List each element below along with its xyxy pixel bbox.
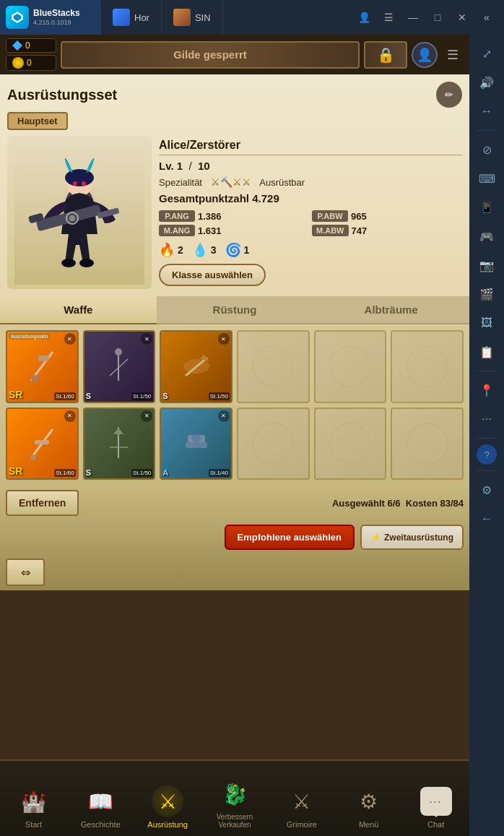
weapon-slot-7[interactable]: ✕ SR St.1/60 [6,408,79,481]
edit-button[interactable]: ✏ [436,82,462,108]
svg-point-12 [69,215,75,221]
weapon-icon-1 [18,342,67,392]
bs-text: BlueStacks 4.215.0.1019 [33,8,80,26]
recommend-button[interactable]: Empfohlene auswählen [225,525,355,550]
keyboard-icon[interactable]: ⌨ [474,165,500,191]
fire-icon: 🔥 [159,242,175,258]
weapon-slot-8[interactable]: ✕ S St.1/50 [83,408,156,481]
weapon-rank-8: S [86,468,91,477]
hauptset-badge: Hauptset [7,112,68,130]
char-name: Alice/Zerstörer [159,139,462,155]
weapon-slot-4[interactable] [237,330,310,403]
svg-point-5 [65,169,94,186]
copy-icon[interactable]: 📋 [474,339,500,365]
gallery-icon[interactable]: 🖼 [474,310,500,336]
close-btn[interactable]: ✕ [451,6,474,29]
back-nav-icon[interactable]: ← [474,506,500,532]
equipment-title: Ausrüstungsset [7,87,429,103]
start-icon: 🏰 [17,785,49,817]
svg-rect-30 [35,440,49,444]
video-icon[interactable]: 🎬 [474,281,500,307]
tab-rustung[interactable]: Rüstung [157,296,313,324]
remove-button[interactable]: Entfernen [6,490,79,516]
selected-info: Ausgewählt 6/6 Kosten 83/84 [84,498,464,509]
weapon-slot-11[interactable] [314,408,387,481]
guild-banner[interactable]: Gilde gesperrt [61,41,360,69]
wind-icon: 🌀 [225,242,241,258]
char-info-area: Alice/Zerstörer Lv. 1 / 10 Spezialität ⚔… [7,136,462,289]
fullscreen-icon[interactable]: ⤢ [474,40,500,66]
minimize-btn[interactable]: — [401,6,425,29]
svg-point-39 [339,434,360,454]
char-svg [14,140,144,285]
weapon-lvl-8: St.1/50 [131,469,152,477]
bluestacks-logo[interactable]: BlueStacks 4.215.0.1019 [0,0,101,35]
secondary-equipment-button[interactable]: ⚡ Zweitausrüstung [360,525,464,550]
weapon-slot-1[interactable]: Ausrüstungsskin ✕ SR St.1/60 [6,330,79,403]
weapon-slot-9[interactable]: ✕ A St.1/40 [160,408,233,481]
empty-pattern-5 [329,345,371,387]
back-button[interactable]: ⇔ [6,559,45,586]
volume-icon[interactable]: 🔊 [474,69,500,95]
tab-waffe[interactable]: Waffe [0,296,157,324]
help-icon[interactable]: ? [477,444,497,465]
weapon-slot-2[interactable]: ✕ S St.1/50 [83,330,156,403]
stat-pabw: P.ABW 965 [312,210,462,222]
slash-icon[interactable]: ⊘ [474,137,500,163]
grimoire-icon: ⚔ [286,785,318,817]
sidebar-divider-3 [476,438,498,439]
bs-tab-home[interactable]: Hor [101,0,162,35]
sin-tab-icon [173,9,191,26]
gem-icon [12,40,22,51]
right-sidebar: ⤢ 🔊 ↔ ⊘ ⌨ 📱 🎮 📷 🎬 🖼 📋 📍 ··· ? ⚙ ← [469,35,504,836]
nav-start[interactable]: 🏰 Start [0,761,67,836]
weapon-lvl-1: St.1/60 [54,392,75,400]
expand-icon[interactable]: ↔ [474,98,500,124]
svg-point-13 [61,259,76,267]
location-icon[interactable]: 📍 [474,377,500,403]
weapon-rank-1: SR [9,389,22,400]
weapon-slot-5[interactable] [314,330,387,403]
camera-icon[interactable]: 📷 [474,252,500,278]
tab-albtraume[interactable]: Albträume [313,296,469,324]
collapse-btn[interactable]: « [475,6,498,29]
equipment-section: Ausrüstungsset ✏ Hauptset [0,74,469,296]
currency-gold: 0 [6,55,56,71]
nav-chat[interactable]: ··· Chat [402,761,469,836]
nav-grimoire[interactable]: ⚔ Grimoire [268,761,335,836]
hamburger-menu-btn[interactable]: ☰ [377,6,400,29]
class-select-button[interactable]: Klasse auswählen [159,264,266,286]
gamepad-icon[interactable]: 🎮 [474,223,500,249]
nav-menu[interactable]: ⚙ Menü [335,761,402,836]
weapon-rank-2: S [86,392,91,400]
mobile-icon[interactable]: 📱 [474,194,500,220]
char-portrait [7,136,152,289]
char-specialty: Spezialität ⚔🔨⚔⚔ Ausrüstbar [159,176,462,188]
skin-badge: Ausrüstungsskin [9,333,50,340]
hamburger-game-icon[interactable]: ☰ [442,44,464,66]
svg-point-17 [31,375,38,382]
nav-ausrustung[interactable]: ⚔ Ausrüstung [134,761,201,836]
maximize-btn[interactable]: □ [426,6,449,29]
more-icon[interactable]: ··· [474,406,500,432]
bs-tab-sin[interactable]: SIN [162,0,223,35]
sidebar-divider-1 [476,130,498,131]
element-row: 🔥 2 💧 3 🌀 1 [159,242,462,258]
game-area: 0 0 Gilde gesperrt 🔒 👤 ☰ Ausrüstungsset … [0,35,469,836]
guild-lock[interactable]: 🔒 [364,41,407,69]
weapon-slot-10[interactable] [237,408,310,481]
weapon-rank-3: S [162,392,168,400]
weapon-slot-12[interactable] [391,408,464,481]
user-account-btn[interactable]: 👤 [352,6,375,29]
empty-pattern-12 [407,423,448,465]
settings-icon[interactable]: ⚙ [474,477,500,503]
nav-verbessern[interactable]: 🐉 VerbessernVerkaufen [201,761,269,836]
sidebar-divider-2 [476,371,498,371]
user-profile-icon[interactable]: 👤 [412,42,438,68]
weapon-slot-3[interactable]: ✕ S St.1/50 [160,330,233,403]
nav-geschichte[interactable]: 📖 Geschichte [67,761,134,836]
weapon-slot-6[interactable] [391,330,464,403]
svg-marker-33 [113,428,123,434]
currency-gem: 0 [6,38,56,53]
svg-point-38 [263,434,283,454]
